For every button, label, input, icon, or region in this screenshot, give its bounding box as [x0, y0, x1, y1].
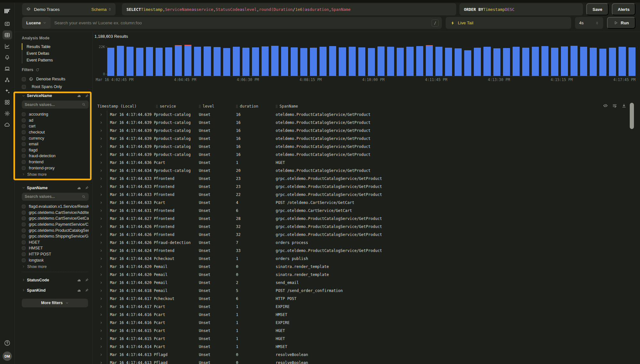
- histogram-bar[interactable]: [252, 45, 259, 76]
- mode-event-patterns[interactable]: Event Patterns: [22, 57, 89, 63]
- histogram-bar[interactable]: [377, 45, 385, 76]
- histogram-bar[interactable]: [107, 45, 114, 76]
- table-row[interactable]: Mar 16 4:17:44.620 PM email Unset 0 sina…: [94, 263, 640, 271]
- filter-value-row[interactable]: fraud-detection: [22, 153, 89, 159]
- checkbox[interactable]: [22, 252, 26, 256]
- histogram-bar[interactable]: [445, 45, 452, 76]
- table-row[interactable]: Mar 16 4:17:44.639 PM product-catalog Un…: [94, 134, 640, 142]
- checkbox[interactable]: [22, 112, 26, 116]
- histogram-bar[interactable]: [223, 45, 230, 76]
- column-header-service[interactable]: service: [156, 102, 199, 110]
- code-icon[interactable]: [603, 103, 608, 108]
- filter-value-row[interactable]: grpc.oteldemo.PaymentService/C...: [22, 222, 89, 228]
- save-button[interactable]: Save: [586, 3, 609, 15]
- checkbox[interactable]: [22, 240, 26, 244]
- table-row[interactable]: Mar 16 4:17:44.639 PM product-catalog Un…: [94, 142, 640, 150]
- rail-chart-icon[interactable]: [3, 42, 12, 51]
- table-row[interactable]: Mar 16 4:17:44.633 PM frontend Unset 22 …: [94, 190, 640, 198]
- table-row[interactable]: Mar 16 4:17:44.616 PM cart Unset 1 EXPIR…: [94, 319, 640, 327]
- filter-value-row[interactable]: grpc.oteldemo.ShippingService/G...: [22, 233, 89, 239]
- sql-query-input[interactable]: SELECT Timestamp, ServiceName as service…: [122, 3, 456, 15]
- table-row[interactable]: Mar 16 4:17:44.613 PM flagd Unset 0 reso…: [94, 351, 640, 359]
- rail-explorer-table-icon[interactable]: [3, 30, 12, 39]
- histogram-bar[interactable]: [551, 45, 558, 76]
- toggle-denoise-results[interactable]: Denoise Results: [22, 75, 89, 83]
- filter-value-row[interactable]: accounting: [22, 111, 89, 117]
- histogram-bar[interactable]: [580, 45, 587, 76]
- run-button[interactable]: Run: [607, 17, 636, 29]
- rail-sparkles-icon[interactable]: [3, 86, 12, 95]
- table-row[interactable]: Mar 16 4:17:44.620 PM email Unset 2 send…: [94, 279, 640, 287]
- histogram-bar[interactable]: [349, 45, 356, 76]
- checkbox[interactable]: [22, 136, 26, 140]
- chart-values-icon[interactable]: [77, 278, 81, 282]
- histogram-bar[interactable]: [522, 45, 529, 76]
- chart-values-icon[interactable]: [77, 186, 81, 190]
- checkbox[interactable]: [22, 85, 26, 89]
- histogram-bar[interactable]: [532, 45, 539, 76]
- row-expand-chevron[interactable]: [94, 263, 107, 271]
- histogram-bar[interactable]: [136, 45, 143, 76]
- pin-icon[interactable]: [85, 278, 89, 282]
- histogram-bar[interactable]: [233, 45, 240, 76]
- table-row[interactable]: Mar 16 4:17:44.617 PM cart Unset 1 EXPIR…: [94, 303, 640, 311]
- histogram-bar[interactable]: [493, 45, 500, 76]
- row-expand-chevron[interactable]: [94, 214, 107, 222]
- histogram-bar[interactable]: [146, 45, 153, 76]
- table-row[interactable]: Mar 16 4:17:44.615 PM cart Unset 1 HGET: [94, 327, 640, 335]
- checkbox[interactable]: [22, 258, 26, 262]
- row-expand-chevron[interactable]: [94, 335, 107, 343]
- histogram-bar[interactable]: [339, 45, 346, 76]
- row-expand-chevron[interactable]: [94, 126, 107, 134]
- histogram-bar[interactable]: [464, 45, 471, 76]
- drag-handle-icon[interactable]: [199, 105, 201, 108]
- filter-value-row[interactable]: checkout: [22, 129, 89, 135]
- row-expand-chevron[interactable]: [94, 295, 107, 303]
- column-header-level[interactable]: level: [199, 102, 236, 110]
- histogram-bar[interactable]: [358, 45, 365, 76]
- filter-value-row[interactable]: grpc.oteldemo.CartService/GetCart: [22, 215, 89, 222]
- histogram-bar[interactable]: [503, 45, 510, 76]
- row-expand-chevron[interactable]: [94, 327, 107, 335]
- filter-value-row[interactable]: cart: [22, 123, 89, 129]
- histogram-bar[interactable]: [590, 45, 597, 76]
- search-input[interactable]: [51, 20, 432, 25]
- checkbox[interactable]: [22, 160, 26, 164]
- rail-bell-icon[interactable]: [3, 53, 12, 62]
- histogram-bar[interactable]: [214, 45, 221, 76]
- checkbox[interactable]: [22, 148, 26, 152]
- orderby-input[interactable]: ORDER BY Timestamp DESC: [459, 3, 583, 15]
- row-expand-chevron[interactable]: [94, 271, 107, 279]
- histogram-bar[interactable]: [156, 45, 163, 76]
- rail-panel-toggle-icon[interactable]: [3, 19, 12, 28]
- rail-laptop-icon[interactable]: [3, 64, 12, 73]
- mode-results-table[interactable]: Results Table: [22, 43, 89, 50]
- row-expand-chevron[interactable]: [94, 118, 107, 126]
- row-expand-chevron[interactable]: [94, 287, 107, 295]
- refresh-interval-select[interactable]: 4s: [575, 17, 603, 29]
- row-expand-chevron[interactable]: [94, 134, 107, 142]
- column-header-spanname[interactable]: SpanName: [276, 102, 640, 110]
- histogram-bar[interactable]: [513, 45, 520, 76]
- filter-value-row[interactable]: longtask: [22, 257, 89, 263]
- schema-toggle[interactable]: Schema: [91, 7, 112, 12]
- histogram-bar[interactable]: [262, 45, 269, 76]
- toggle-root-spans-only[interactable]: Root Spans Only: [22, 83, 89, 91]
- filter-value-row[interactable]: grpc.oteldemo.ProductCatalogSer...: [22, 227, 89, 233]
- filter-search-input[interactable]: [25, 102, 82, 107]
- histogram-bar[interactable]: [435, 45, 442, 76]
- drag-handle-icon[interactable]: [236, 105, 238, 108]
- checkbox[interactable]: [22, 246, 26, 250]
- filter-group-header[interactable]: ServiceName: [22, 93, 89, 98]
- chart-values-icon[interactable]: [77, 94, 81, 98]
- histogram-bar[interactable]: [310, 45, 317, 76]
- filter-group-header[interactable]: SpanKind: [22, 288, 89, 293]
- filter-value-row[interactable]: HMSET: [22, 245, 89, 251]
- drag-handle-icon[interactable]: [276, 105, 278, 108]
- histogram-bar[interactable]: [406, 45, 413, 76]
- rail-service-map-icon[interactable]: [3, 75, 12, 84]
- histogram-bar[interactable]: [416, 45, 423, 76]
- histogram-bar[interactable]: [571, 45, 578, 76]
- histogram-bar[interactable]: [619, 45, 626, 76]
- histogram-bar[interactable]: [194, 45, 201, 76]
